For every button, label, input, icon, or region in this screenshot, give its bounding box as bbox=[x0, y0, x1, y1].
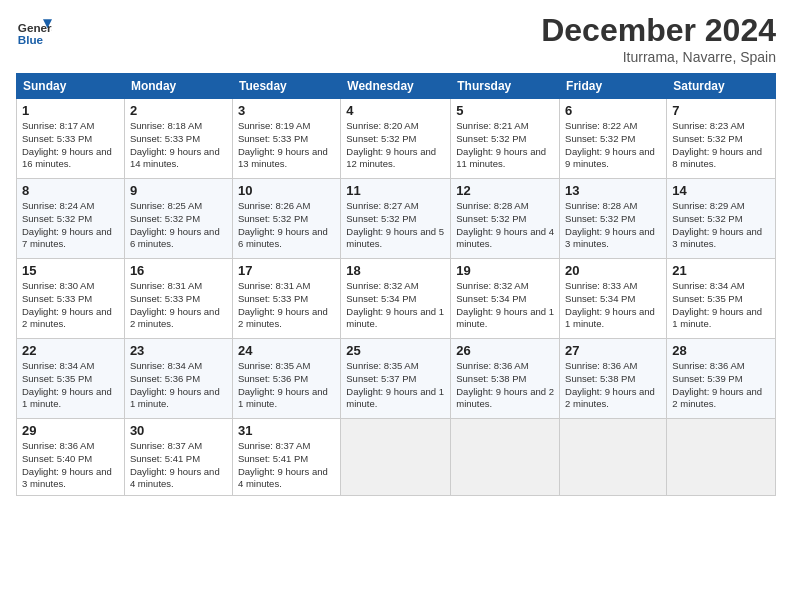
day-info: Sunrise: 8:35 AMSunset: 5:36 PMDaylight:… bbox=[238, 360, 328, 409]
day-number: 7 bbox=[672, 103, 770, 118]
day-info: Sunrise: 8:18 AMSunset: 5:33 PMDaylight:… bbox=[130, 120, 220, 169]
table-cell: 20Sunrise: 8:33 AMSunset: 5:34 PMDayligh… bbox=[560, 259, 667, 339]
day-number: 1 bbox=[22, 103, 119, 118]
month-title: December 2024 bbox=[541, 12, 776, 49]
day-number: 25 bbox=[346, 343, 445, 358]
table-cell bbox=[667, 419, 776, 496]
day-info: Sunrise: 8:19 AMSunset: 5:33 PMDaylight:… bbox=[238, 120, 328, 169]
day-number: 13 bbox=[565, 183, 661, 198]
table-cell: 7Sunrise: 8:23 AMSunset: 5:32 PMDaylight… bbox=[667, 99, 776, 179]
day-info: Sunrise: 8:32 AMSunset: 5:34 PMDaylight:… bbox=[456, 280, 554, 329]
col-wednesday: Wednesday bbox=[341, 74, 451, 99]
day-number: 10 bbox=[238, 183, 335, 198]
table-cell: 26Sunrise: 8:36 AMSunset: 5:38 PMDayligh… bbox=[451, 339, 560, 419]
day-info: Sunrise: 8:21 AMSunset: 5:32 PMDaylight:… bbox=[456, 120, 546, 169]
day-number: 15 bbox=[22, 263, 119, 278]
day-info: Sunrise: 8:36 AMSunset: 5:38 PMDaylight:… bbox=[456, 360, 554, 409]
day-info: Sunrise: 8:37 AMSunset: 5:41 PMDaylight:… bbox=[238, 440, 328, 489]
day-info: Sunrise: 8:28 AMSunset: 5:32 PMDaylight:… bbox=[565, 200, 655, 249]
day-number: 30 bbox=[130, 423, 227, 438]
day-info: Sunrise: 8:26 AMSunset: 5:32 PMDaylight:… bbox=[238, 200, 328, 249]
logo-icon: General Blue bbox=[16, 12, 52, 48]
table-cell: 2Sunrise: 8:18 AMSunset: 5:33 PMDaylight… bbox=[124, 99, 232, 179]
day-number: 19 bbox=[456, 263, 554, 278]
table-cell: 8Sunrise: 8:24 AMSunset: 5:32 PMDaylight… bbox=[17, 179, 125, 259]
day-info: Sunrise: 8:23 AMSunset: 5:32 PMDaylight:… bbox=[672, 120, 762, 169]
day-number: 14 bbox=[672, 183, 770, 198]
table-cell: 31Sunrise: 8:37 AMSunset: 5:41 PMDayligh… bbox=[232, 419, 340, 496]
col-thursday: Thursday bbox=[451, 74, 560, 99]
table-cell: 22Sunrise: 8:34 AMSunset: 5:35 PMDayligh… bbox=[17, 339, 125, 419]
day-number: 2 bbox=[130, 103, 227, 118]
title-section: December 2024 Iturrama, Navarre, Spain bbox=[541, 12, 776, 65]
table-cell: 21Sunrise: 8:34 AMSunset: 5:35 PMDayligh… bbox=[667, 259, 776, 339]
day-info: Sunrise: 8:31 AMSunset: 5:33 PMDaylight:… bbox=[130, 280, 220, 329]
day-number: 4 bbox=[346, 103, 445, 118]
day-number: 22 bbox=[22, 343, 119, 358]
table-cell: 30Sunrise: 8:37 AMSunset: 5:41 PMDayligh… bbox=[124, 419, 232, 496]
day-number: 16 bbox=[130, 263, 227, 278]
day-info: Sunrise: 8:22 AMSunset: 5:32 PMDaylight:… bbox=[565, 120, 655, 169]
day-number: 24 bbox=[238, 343, 335, 358]
day-info: Sunrise: 8:35 AMSunset: 5:37 PMDaylight:… bbox=[346, 360, 444, 409]
table-cell: 24Sunrise: 8:35 AMSunset: 5:36 PMDayligh… bbox=[232, 339, 340, 419]
day-info: Sunrise: 8:24 AMSunset: 5:32 PMDaylight:… bbox=[22, 200, 112, 249]
table-cell: 28Sunrise: 8:36 AMSunset: 5:39 PMDayligh… bbox=[667, 339, 776, 419]
table-cell: 3Sunrise: 8:19 AMSunset: 5:33 PMDaylight… bbox=[232, 99, 340, 179]
table-cell: 16Sunrise: 8:31 AMSunset: 5:33 PMDayligh… bbox=[124, 259, 232, 339]
table-cell: 14Sunrise: 8:29 AMSunset: 5:32 PMDayligh… bbox=[667, 179, 776, 259]
day-number: 8 bbox=[22, 183, 119, 198]
table-cell bbox=[341, 419, 451, 496]
day-number: 26 bbox=[456, 343, 554, 358]
table-cell: 6Sunrise: 8:22 AMSunset: 5:32 PMDaylight… bbox=[560, 99, 667, 179]
col-saturday: Saturday bbox=[667, 74, 776, 99]
day-info: Sunrise: 8:32 AMSunset: 5:34 PMDaylight:… bbox=[346, 280, 444, 329]
day-number: 11 bbox=[346, 183, 445, 198]
day-number: 31 bbox=[238, 423, 335, 438]
day-info: Sunrise: 8:20 AMSunset: 5:32 PMDaylight:… bbox=[346, 120, 436, 169]
table-cell: 10Sunrise: 8:26 AMSunset: 5:32 PMDayligh… bbox=[232, 179, 340, 259]
day-number: 18 bbox=[346, 263, 445, 278]
day-number: 21 bbox=[672, 263, 770, 278]
location: Iturrama, Navarre, Spain bbox=[541, 49, 776, 65]
table-cell: 11Sunrise: 8:27 AMSunset: 5:32 PMDayligh… bbox=[341, 179, 451, 259]
table-cell: 29Sunrise: 8:36 AMSunset: 5:40 PMDayligh… bbox=[17, 419, 125, 496]
day-info: Sunrise: 8:36 AMSunset: 5:39 PMDaylight:… bbox=[672, 360, 762, 409]
day-info: Sunrise: 8:34 AMSunset: 5:35 PMDaylight:… bbox=[22, 360, 112, 409]
day-number: 20 bbox=[565, 263, 661, 278]
table-cell: 25Sunrise: 8:35 AMSunset: 5:37 PMDayligh… bbox=[341, 339, 451, 419]
table-cell: 13Sunrise: 8:28 AMSunset: 5:32 PMDayligh… bbox=[560, 179, 667, 259]
table-cell: 9Sunrise: 8:25 AMSunset: 5:32 PMDaylight… bbox=[124, 179, 232, 259]
table-cell: 5Sunrise: 8:21 AMSunset: 5:32 PMDaylight… bbox=[451, 99, 560, 179]
table-cell: 19Sunrise: 8:32 AMSunset: 5:34 PMDayligh… bbox=[451, 259, 560, 339]
table-cell: 12Sunrise: 8:28 AMSunset: 5:32 PMDayligh… bbox=[451, 179, 560, 259]
day-info: Sunrise: 8:17 AMSunset: 5:33 PMDaylight:… bbox=[22, 120, 112, 169]
day-info: Sunrise: 8:27 AMSunset: 5:32 PMDaylight:… bbox=[346, 200, 444, 249]
day-info: Sunrise: 8:30 AMSunset: 5:33 PMDaylight:… bbox=[22, 280, 112, 329]
table-cell bbox=[451, 419, 560, 496]
header: General Blue December 2024 Iturrama, Nav… bbox=[16, 12, 776, 65]
logo: General Blue bbox=[16, 12, 56, 48]
day-info: Sunrise: 8:37 AMSunset: 5:41 PMDaylight:… bbox=[130, 440, 220, 489]
day-number: 6 bbox=[565, 103, 661, 118]
day-number: 5 bbox=[456, 103, 554, 118]
col-friday: Friday bbox=[560, 74, 667, 99]
table-cell: 1Sunrise: 8:17 AMSunset: 5:33 PMDaylight… bbox=[17, 99, 125, 179]
day-info: Sunrise: 8:36 AMSunset: 5:40 PMDaylight:… bbox=[22, 440, 112, 489]
table-cell: 15Sunrise: 8:30 AMSunset: 5:33 PMDayligh… bbox=[17, 259, 125, 339]
table-cell: 27Sunrise: 8:36 AMSunset: 5:38 PMDayligh… bbox=[560, 339, 667, 419]
day-info: Sunrise: 8:28 AMSunset: 5:32 PMDaylight:… bbox=[456, 200, 554, 249]
table-cell: 4Sunrise: 8:20 AMSunset: 5:32 PMDaylight… bbox=[341, 99, 451, 179]
day-number: 17 bbox=[238, 263, 335, 278]
day-number: 23 bbox=[130, 343, 227, 358]
col-tuesday: Tuesday bbox=[232, 74, 340, 99]
calendar-header-row: Sunday Monday Tuesday Wednesday Thursday… bbox=[17, 74, 776, 99]
day-info: Sunrise: 8:31 AMSunset: 5:33 PMDaylight:… bbox=[238, 280, 328, 329]
svg-text:Blue: Blue bbox=[18, 33, 44, 46]
day-info: Sunrise: 8:29 AMSunset: 5:32 PMDaylight:… bbox=[672, 200, 762, 249]
calendar-table: Sunday Monday Tuesday Wednesday Thursday… bbox=[16, 73, 776, 496]
col-monday: Monday bbox=[124, 74, 232, 99]
day-info: Sunrise: 8:25 AMSunset: 5:32 PMDaylight:… bbox=[130, 200, 220, 249]
day-number: 12 bbox=[456, 183, 554, 198]
day-info: Sunrise: 8:36 AMSunset: 5:38 PMDaylight:… bbox=[565, 360, 655, 409]
